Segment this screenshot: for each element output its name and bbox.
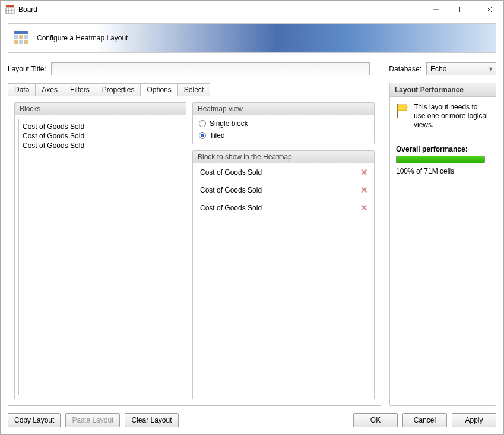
performance-cells-text: 100% of 71M cells xyxy=(396,167,490,175)
options-column: Heatmap view Single block Tiled xyxy=(192,102,375,399)
dialog-body: Configure a Heatmap Layout Layout Title:… xyxy=(1,18,503,434)
tab-filters[interactable]: Filters xyxy=(64,83,96,96)
heatmap-view-title: Heatmap view xyxy=(193,103,374,115)
title-bar: Board xyxy=(1,1,503,18)
database-value: Echo xyxy=(430,65,446,73)
mid-row: Data Axes Filters Properties Options Sel… xyxy=(8,83,496,406)
heatmap-blocks-list[interactable]: Cost of Goods Sold ✕ Cost of Goods Sold … xyxy=(193,163,374,399)
heatmap-view-group: Heatmap view Single block Tiled xyxy=(192,102,375,144)
overall-performance-label: Overall performance: xyxy=(396,145,490,153)
svg-rect-15 xyxy=(24,40,28,44)
list-item[interactable]: Cost of Goods Sold xyxy=(23,131,178,141)
tab-data[interactable]: Data xyxy=(8,83,36,96)
tab-select[interactable]: Select xyxy=(177,83,210,96)
blocks-title: Blocks xyxy=(15,103,186,115)
tab-options[interactable]: Options xyxy=(140,83,177,96)
svg-rect-12 xyxy=(24,35,28,39)
list-item[interactable]: Cost of Goods Sold xyxy=(23,141,178,150)
heatmap-blocks-title: Block to show in the Heatmap xyxy=(193,151,374,163)
heatmap-icon xyxy=(14,31,28,45)
flag-icon xyxy=(396,103,409,130)
performance-note-text: This layout needs to use one or more log… xyxy=(414,103,490,130)
radio-tiled[interactable]: Tiled xyxy=(193,130,374,141)
performance-note: This layout needs to use one or more log… xyxy=(396,103,490,130)
remove-icon[interactable]: ✕ xyxy=(360,203,368,213)
main-window: Board Configure xyxy=(0,0,504,435)
performance-progress-fill xyxy=(397,156,484,163)
layout-title-input[interactable] xyxy=(51,62,370,75)
heatmap-block-label: Cost of Goods Sold xyxy=(200,204,262,212)
performance-title: Layout Performance xyxy=(390,83,496,97)
copy-layout-button[interactable]: Copy Layout xyxy=(8,413,61,427)
performance-group: Layout Performance This layout needs to … xyxy=(389,83,496,406)
tab-properties[interactable]: Properties xyxy=(96,83,141,96)
svg-rect-6 xyxy=(459,7,465,12)
svg-rect-10 xyxy=(14,35,18,39)
svg-rect-9 xyxy=(14,31,28,34)
remove-icon[interactable]: ✕ xyxy=(360,167,368,178)
paste-layout-button[interactable]: Paste Layout xyxy=(65,413,120,427)
radio-single-block[interactable]: Single block xyxy=(193,118,374,130)
app-icon xyxy=(5,5,15,14)
window-title: Board xyxy=(18,5,422,14)
performance-progress xyxy=(396,156,485,163)
layout-title-label: Layout Title: xyxy=(8,65,46,73)
svg-rect-14 xyxy=(19,40,23,44)
svg-rect-13 xyxy=(14,40,18,44)
blocks-list[interactable]: Cost of Goods Sold Cost of Goods Sold Co… xyxy=(18,119,182,395)
tab-axes[interactable]: Axes xyxy=(35,83,64,96)
heatmap-blocks-group: Block to show in the Heatmap Cost of Goo… xyxy=(192,150,375,399)
tab-content-options: Blocks Cost of Goods Sold Cost of Goods … xyxy=(8,96,381,406)
radio-label: Tiled xyxy=(210,131,225,140)
clear-layout-button[interactable]: Clear Layout xyxy=(125,413,178,427)
minimize-button[interactable] xyxy=(422,1,449,18)
radio-label: Single block xyxy=(210,119,248,128)
svg-rect-0 xyxy=(6,5,14,7)
banner: Configure a Heatmap Layout xyxy=(8,23,496,53)
dropdown-caret-icon: ▼ xyxy=(488,66,493,72)
heatmap-block-label: Cost of Goods Sold xyxy=(200,186,262,194)
banner-text: Configure a Heatmap Layout xyxy=(37,34,128,42)
footer: Copy Layout Paste Layout Clear Layout OK… xyxy=(8,406,496,427)
blocks-group: Blocks Cost of Goods Sold Cost of Goods … xyxy=(14,102,186,399)
maximize-button[interactable] xyxy=(449,1,476,18)
top-row: Layout Title: Database: Echo ▼ xyxy=(8,62,496,75)
svg-rect-1 xyxy=(6,8,14,14)
heatmap-block-item[interactable]: Cost of Goods Sold ✕ xyxy=(193,199,374,217)
database-select[interactable]: Echo ▼ xyxy=(426,62,496,75)
apply-button[interactable]: Apply xyxy=(452,413,496,427)
left-column: Data Axes Filters Properties Options Sel… xyxy=(8,83,381,406)
ok-button[interactable]: OK xyxy=(353,413,398,427)
heatmap-block-item[interactable]: Cost of Goods Sold ✕ xyxy=(193,163,374,181)
performance-body: This layout needs to use one or more log… xyxy=(390,97,496,181)
radio-icon xyxy=(199,120,206,127)
remove-icon[interactable]: ✕ xyxy=(360,185,368,196)
close-button[interactable] xyxy=(476,1,502,18)
svg-rect-11 xyxy=(19,35,23,39)
performance-panel: Layout Performance This layout needs to … xyxy=(389,83,496,406)
cancel-button[interactable]: Cancel xyxy=(402,413,447,427)
radio-icon xyxy=(199,132,206,139)
heatmap-block-item[interactable]: Cost of Goods Sold ✕ xyxy=(193,181,374,199)
heatmap-block-label: Cost of Goods Sold xyxy=(200,168,262,176)
list-item[interactable]: Cost of Goods Sold xyxy=(23,122,178,131)
tab-strip: Data Axes Filters Properties Options Sel… xyxy=(8,83,381,96)
database-label: Database: xyxy=(389,65,421,73)
